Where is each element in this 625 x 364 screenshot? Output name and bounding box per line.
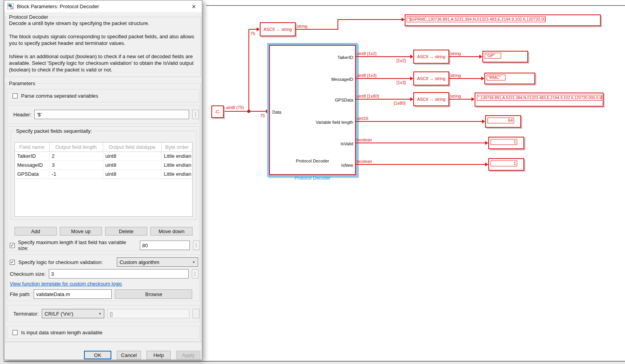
cell-field-name[interactable]: GPSData bbox=[15, 170, 49, 178]
cell-datatype[interactable]: uint8 bbox=[103, 161, 161, 170]
signal-dim-label: [1x3] bbox=[396, 80, 406, 85]
col-output-field-datatype: Output field datatype bbox=[103, 143, 161, 152]
display-value: 1 bbox=[491, 161, 517, 166]
header-input[interactable] bbox=[34, 110, 189, 119]
checksum-checkbox[interactable]: ✓ bbox=[10, 260, 15, 265]
wire-gpsdata-string[interactable] bbox=[449, 99, 471, 100]
file-path-label: File path: bbox=[10, 291, 30, 297]
cell-length[interactable]: 3 bbox=[49, 161, 103, 170]
table-row[interactable]: TalkerID 2 uint8 Little endian bbox=[15, 152, 192, 161]
cell-datatype[interactable]: uint8 bbox=[103, 170, 161, 178]
port-data: Data bbox=[272, 109, 281, 115]
wire-isvalid[interactable] bbox=[356, 143, 485, 143]
file-path-input[interactable] bbox=[34, 289, 112, 299]
terminator-label: Terminator: bbox=[13, 311, 39, 317]
move-down-button[interactable]: Move down bbox=[150, 227, 193, 236]
cell-length[interactable]: 2 bbox=[49, 152, 103, 161]
checksum-size-input[interactable] bbox=[49, 269, 189, 278]
description-paragraph: Decode a uint8 byte stream by specifying… bbox=[9, 20, 200, 27]
ok-button[interactable]: OK bbox=[84, 351, 111, 359]
cell-field-name[interactable]: TalkerID bbox=[15, 152, 49, 161]
stream-length-label: Is input data stream length available bbox=[21, 330, 102, 335]
cancel-button[interactable]: Cancel bbox=[117, 351, 141, 359]
wire-top-ascii-out[interactable] bbox=[296, 29, 338, 30]
display-isvalid[interactable]: 1 bbox=[488, 137, 524, 149]
arrowhead-top-ascii bbox=[257, 27, 260, 31]
wire-varlength[interactable] bbox=[356, 121, 482, 122]
ascii-to-string-block-3[interactable]: ASCII → string bbox=[413, 92, 449, 106]
max-length-input[interactable] bbox=[140, 241, 190, 250]
table-row[interactable]: GPSData -1 uint8 Little endian bbox=[15, 170, 192, 178]
checksum-row: ✓ Specify logic for checksum validation:… bbox=[10, 257, 200, 267]
cell-datatype[interactable]: uint8 bbox=[103, 152, 161, 161]
cell-byte-order[interactable]: Little endian bbox=[161, 170, 192, 178]
header-label: Header: bbox=[13, 112, 31, 118]
signal-width-label: 75 bbox=[250, 31, 255, 36]
help-button[interactable]: Help bbox=[146, 351, 171, 359]
arrowhead bbox=[410, 97, 413, 101]
wire-gpsdata[interactable] bbox=[356, 99, 410, 100]
ascii-block-label: ASCII → string bbox=[417, 76, 446, 81]
cell-field-name[interactable]: MessageID bbox=[15, 161, 49, 170]
ascii-to-string-block-top[interactable]: ASCII → string bbox=[260, 22, 296, 36]
header-panel: Header: ⋮ bbox=[7, 105, 200, 124]
ascii-to-string-block-2[interactable]: ASCII → string bbox=[413, 71, 449, 86]
arrowhead bbox=[410, 55, 413, 59]
wire-top-vertical[interactable] bbox=[338, 20, 338, 30]
packet-fields-table[interactable]: Field name Output field length Output fi… bbox=[14, 142, 193, 217]
move-up-button[interactable]: Move up bbox=[60, 227, 102, 236]
display-gpsdata[interactable]: ",130736.891,A,5231.394,N,01323.483,E,21… bbox=[475, 93, 604, 107]
header-options-button[interactable]: ⋮ bbox=[192, 110, 199, 119]
display-talkerid[interactable]: "GP" bbox=[482, 51, 528, 62]
display-full-sentence[interactable]: "$GPRMC,130736.891,A,5231.394,N,01323.48… bbox=[405, 14, 601, 26]
wire-messageid[interactable] bbox=[356, 78, 410, 79]
checksum-algorithm-dropdown[interactable]: Custom algorithm ▼ bbox=[117, 257, 198, 267]
background-window-edge bbox=[0, 0, 4, 362]
constant-block[interactable]: -C- bbox=[211, 105, 224, 118]
terminator-dropdown[interactable]: CR/LF ('\r\n') ▼ bbox=[42, 309, 104, 318]
cell-byte-order[interactable]: Little endian bbox=[161, 161, 192, 170]
wire-to-top-display[interactable] bbox=[338, 19, 402, 20]
wire-to-top-ascii[interactable] bbox=[248, 29, 257, 30]
terminator-panel: Terminator: CR/LF ('\r\n') ▼ ⋮ bbox=[7, 305, 200, 322]
browse-button[interactable]: Browse bbox=[115, 289, 192, 299]
stream-length-checkbox[interactable] bbox=[12, 330, 18, 335]
signal-type-label: uint16 bbox=[357, 116, 368, 121]
arrowhead bbox=[485, 162, 488, 166]
delete-button[interactable]: Delete bbox=[105, 227, 147, 236]
display-isnew[interactable]: 1 bbox=[488, 158, 524, 171]
parameters-group-label: Parameters bbox=[7, 80, 37, 86]
dialog-footer: OK Cancel Help Apply bbox=[4, 351, 200, 359]
display-varlength[interactable]: 64 bbox=[485, 115, 521, 128]
col-field-name: Field name bbox=[15, 143, 49, 152]
signal-dim-label: [1x80] bbox=[394, 101, 405, 105]
port-variable-field-length: Variable field length bbox=[316, 120, 353, 125]
parse-csv-checkbox[interactable] bbox=[12, 93, 18, 98]
wire-talkerid-string[interactable] bbox=[449, 56, 479, 57]
block-parameters-icon bbox=[7, 3, 14, 9]
cell-byte-order[interactable]: Little endian bbox=[161, 152, 192, 161]
max-length-checkbox[interactable]: ✓ bbox=[10, 243, 15, 248]
checksum-size-options-button[interactable]: ⋮ bbox=[192, 269, 198, 278]
wire-isnew[interactable] bbox=[356, 164, 485, 165]
cell-length[interactable]: -1 bbox=[49, 170, 103, 178]
port-talkerid: TalkerID bbox=[338, 55, 353, 60]
description-group-label: Protocol Decoder bbox=[7, 14, 50, 20]
wire-messageid-string[interactable] bbox=[449, 78, 481, 79]
table-row[interactable]: MessageID 3 uint8 Little endian bbox=[15, 161, 192, 170]
dialog-titlebar[interactable]: Block Parameters: Protocol Decoder bbox=[4, 0, 202, 12]
checksum-size-row: Checksum size: ⋮ bbox=[10, 269, 200, 278]
decoder-name-label[interactable]: Protocol Decoder bbox=[267, 175, 358, 181]
wire-branch-vertical[interactable] bbox=[248, 29, 249, 111]
wire-constant-to-data[interactable] bbox=[225, 111, 266, 112]
checksum-algorithm-value: Custom algorithm bbox=[120, 259, 159, 265]
close-icon[interactable]: ✕ bbox=[190, 3, 197, 10]
ascii-to-string-block-1[interactable]: ASCII → string bbox=[413, 50, 449, 64]
wire-talkerid[interactable] bbox=[356, 56, 410, 57]
protocol-decoder-block[interactable]: Data TalkerID MessageID GPSData Variable… bbox=[269, 45, 356, 175]
display-messageid[interactable]: "RMC" bbox=[484, 73, 535, 84]
max-length-options-button[interactable]: ⋮ bbox=[193, 241, 200, 250]
view-template-link[interactable]: View function template for custom checks… bbox=[10, 281, 122, 287]
add-button[interactable]: Add bbox=[14, 227, 57, 236]
port-gpsdata: GPSData bbox=[335, 97, 353, 103]
